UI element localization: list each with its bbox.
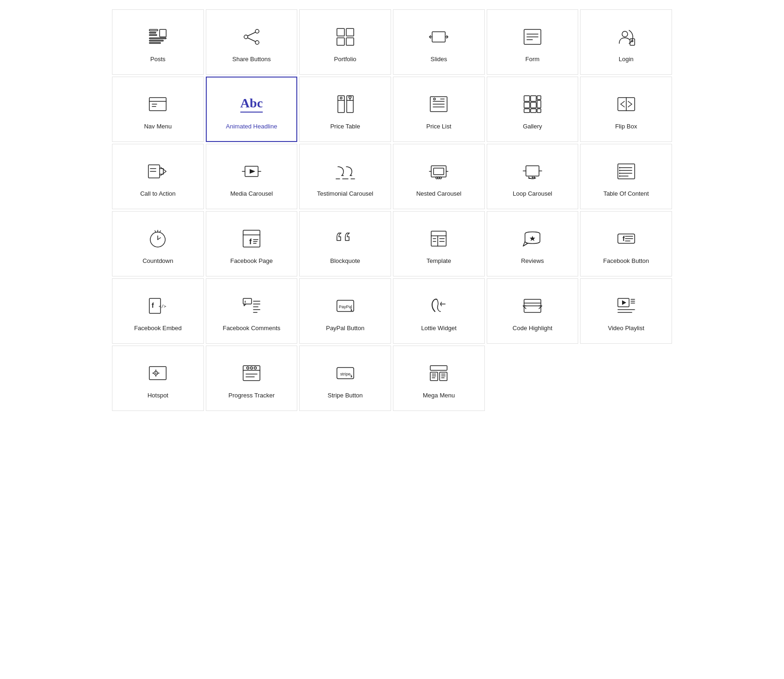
widget-item-login[interactable]: Login: [580, 9, 672, 75]
hotspot-icon: [145, 360, 171, 386]
svg-rect-153: [440, 372, 447, 381]
animated-headline-icon: Abc: [238, 91, 265, 117]
widget-item-posts[interactable]: Posts: [112, 9, 204, 75]
widget-item-animated-headline[interactable]: AbcAnimated Headline: [206, 77, 298, 142]
share-buttons-icon: [238, 24, 265, 50]
facebook-embed-label: Facebook Embed: [134, 325, 182, 332]
widget-item-facebook-button[interactable]: fFacebook Button: [580, 211, 672, 276]
svg-point-7: [255, 29, 259, 33]
svg-rect-45: [537, 96, 541, 99]
price-table-label: Price Table: [330, 123, 360, 131]
svg-point-82: [619, 170, 620, 171]
widget-item-lottie-widget[interactable]: Lottie Widget: [393, 278, 485, 344]
svg-rect-76: [618, 164, 635, 179]
widget-item-template[interactable]: Template: [393, 211, 485, 276]
flip-box-icon: [613, 91, 639, 117]
svg-rect-49: [524, 109, 530, 113]
template-icon: [426, 226, 452, 252]
facebook-comments-label: Facebook Comments: [223, 325, 280, 332]
widget-item-mega-menu[interactable]: Mega Menu: [393, 346, 485, 411]
video-playlist-label: Video Playlist: [608, 325, 644, 332]
widget-item-code-highlight[interactable]: Code Highlight: [487, 278, 579, 344]
widget-item-price-table[interactable]: Price Table: [299, 77, 391, 142]
svg-point-81: [619, 167, 620, 168]
svg-point-23: [622, 31, 628, 37]
svg-rect-151: [430, 366, 447, 370]
widget-item-testimonial-carousel[interactable]: Testimonial Carousel: [299, 144, 391, 209]
widget-item-countdown[interactable]: Countdown: [112, 211, 204, 276]
code-highlight-icon: [519, 293, 546, 319]
svg-point-41: [434, 98, 435, 100]
svg-line-88: [160, 231, 161, 233]
widget-item-paypal-button[interactable]: PayPalPayPal Button: [299, 278, 391, 344]
widget-item-media-carousel[interactable]: Media Carousel: [206, 144, 298, 209]
svg-rect-152: [430, 372, 438, 381]
widget-item-price-list[interactable]: Price List: [393, 77, 485, 142]
widget-item-nested-carousel[interactable]: Nested Carousel: [393, 144, 485, 209]
login-label: Login: [619, 56, 634, 64]
nav-menu-label: Nav Menu: [144, 123, 172, 131]
svg-rect-46: [524, 102, 530, 108]
posts-icon: [145, 24, 171, 50]
animated-headline-label: Animated Headline: [226, 123, 277, 131]
widget-item-loop-carousel[interactable]: Loop Carousel: [487, 144, 579, 209]
svg-point-25: [631, 40, 633, 42]
widget-item-gallery[interactable]: Gallery: [487, 77, 579, 142]
price-table-icon: [332, 91, 358, 117]
widget-item-call-to-action[interactable]: Call to Action: [112, 144, 204, 209]
mega-menu-icon: [426, 360, 452, 386]
svg-point-144: [246, 367, 249, 369]
form-label: Form: [525, 56, 539, 64]
widget-item-progress-tracker[interactable]: Progress Tracker: [206, 346, 298, 411]
svg-line-10: [247, 32, 255, 36]
widget-item-form[interactable]: Form: [487, 9, 579, 75]
svg-text:PayPal: PayPal: [339, 304, 352, 309]
widget-item-flip-box[interactable]: Flip Box: [580, 77, 672, 142]
svg-text:f: f: [249, 238, 252, 246]
svg-rect-4: [149, 38, 166, 39]
widget-item-stripe-button[interactable]: stripeStripe Button: [299, 346, 391, 411]
svg-text:f: f: [245, 300, 246, 304]
widget-item-facebook-page[interactable]: fFacebook Page: [206, 211, 298, 276]
widget-item-table-of-content[interactable]: Table Of Content: [580, 144, 672, 209]
widget-item-hotspot[interactable]: Hotspot: [112, 346, 204, 411]
widget-item-share-buttons[interactable]: Share Buttons: [206, 9, 298, 75]
svg-rect-0: [149, 29, 158, 31]
widget-item-facebook-comments[interactable]: fFacebook Comments: [206, 278, 298, 344]
svg-marker-60: [250, 169, 255, 174]
svg-text:</>: </>: [159, 304, 167, 309]
lottie-widget-icon: [426, 293, 452, 319]
portfolio-label: Portfolio: [334, 56, 357, 64]
gallery-icon: [519, 91, 546, 117]
svg-point-141: [155, 372, 157, 374]
svg-rect-43: [524, 96, 530, 101]
svg-marker-104: [530, 236, 535, 241]
svg-point-34: [340, 97, 342, 99]
svg-rect-5: [149, 40, 163, 41]
svg-point-9: [255, 41, 259, 44]
svg-text:f: f: [623, 235, 625, 242]
svg-text:stripe: stripe: [340, 372, 350, 376]
blockquote-icon: [332, 226, 358, 252]
widget-item-facebook-embed[interactable]: f</>Facebook Embed: [112, 278, 204, 344]
video-playlist-icon: [613, 293, 639, 319]
lottie-widget-label: Lottie Widget: [421, 325, 456, 332]
facebook-page-icon: f: [238, 226, 265, 252]
svg-line-87: [155, 231, 156, 233]
svg-rect-1: [149, 32, 156, 33]
widget-item-video-playlist[interactable]: Video Playlist: [580, 278, 672, 344]
widget-item-portfolio[interactable]: Portfolio: [299, 9, 391, 75]
countdown-icon: [145, 226, 171, 252]
table-of-content-icon: [613, 158, 639, 184]
svg-rect-142: [243, 366, 260, 381]
template-label: Template: [427, 257, 451, 265]
widget-item-nav-menu[interactable]: Nav Menu: [112, 77, 204, 142]
widget-item-slides[interactable]: Slides: [393, 9, 485, 75]
widget-item-blockquote[interactable]: Blockquote: [299, 211, 391, 276]
share-buttons-label: Share Buttons: [232, 56, 271, 64]
svg-rect-30: [338, 96, 344, 113]
facebook-comments-icon: f: [238, 293, 265, 319]
svg-rect-65: [434, 168, 444, 175]
posts-label: Posts: [150, 56, 166, 64]
widget-item-reviews[interactable]: Reviews: [487, 211, 579, 276]
